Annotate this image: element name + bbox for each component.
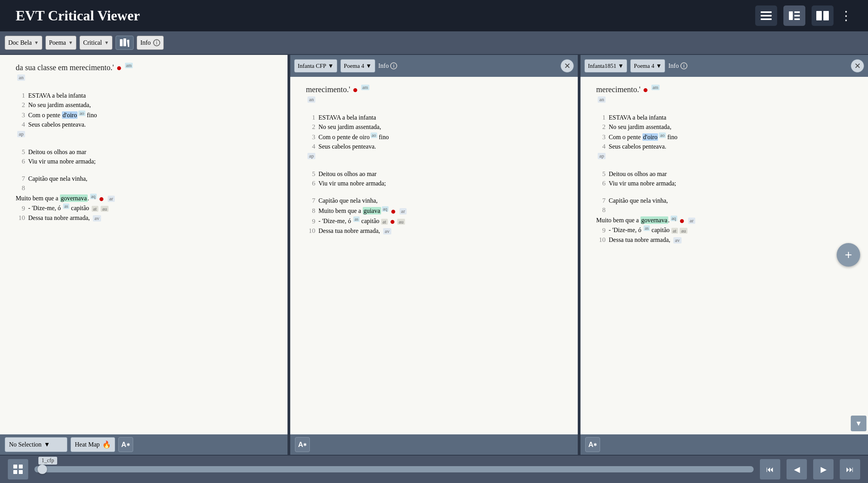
right-poem-select[interactable]: Poema 4 ▼ xyxy=(630,59,665,73)
right-panel: Infanta1851 ▼ Poema 4 ▼ Info i ✕ merecim… xyxy=(580,55,868,455)
svg-rect-10 xyxy=(123,38,126,46)
line-9-center: 9 - 'Dize-me, ó as capitão at au xyxy=(306,216,570,225)
center-source-select[interactable]: Infanta CFP ▼ xyxy=(294,59,337,73)
center-info: Info i xyxy=(378,62,398,69)
line-5-left: 5 Deitou os olhos ao mar xyxy=(16,148,280,156)
line-3-left: 3 Com o pente d'oiroao fino xyxy=(16,111,280,119)
line-8-center: 8 Muito bem que a guiavaaq ar xyxy=(306,206,570,215)
line-2-left: 2 No seu jardim assentada, xyxy=(16,101,280,109)
font-size-button-center[interactable]: A ✱ xyxy=(295,437,310,452)
svg-rect-9 xyxy=(120,39,123,46)
main-area: da sua classe em merecimento.' am an 1 E… xyxy=(0,55,868,455)
line-3-right: 3 Com o pente d'oiroao fino xyxy=(596,133,860,141)
page-label: 1_cfp xyxy=(38,457,57,465)
view-select[interactable]: Poema ▼ xyxy=(45,36,76,50)
nav-prev-button[interactable]: ◀ xyxy=(787,459,807,479)
right-info: Info i xyxy=(668,62,687,69)
left-panel-content[interactable]: da sua classe em merecimento.' am an 1 E… xyxy=(0,55,288,434)
line-5-center: 5 Deitou os olhos ao mar xyxy=(306,170,570,178)
text-view-button[interactable] xyxy=(783,5,805,26)
progress-thumb[interactable] xyxy=(38,465,47,474)
am-tag: am xyxy=(125,63,133,68)
svg-rect-1 xyxy=(761,15,772,16)
center-info-icon: i xyxy=(390,62,397,69)
line-10-center: 10 Dessa tua nobre armada, av xyxy=(306,227,570,235)
line-10-left: 10 Dessa tua nobre armada, av xyxy=(16,214,280,222)
right-panel-toolbar: Infanta1851 ▼ Poema 4 ▼ Info i ✕ xyxy=(580,55,868,77)
books-icon xyxy=(120,38,129,47)
svg-rect-3 xyxy=(789,11,793,20)
doc-select[interactable]: Doc Bela ▼ xyxy=(5,36,42,50)
info-select[interactable]: Info i xyxy=(137,36,164,50)
line-1-center: 1 ESTAVA a bela infanta xyxy=(306,114,570,122)
right-close-button[interactable]: ✕ xyxy=(851,59,864,73)
footer: 1_cfp ⏮ ◀ ▶ ⏭ xyxy=(0,455,868,483)
line-7-left: 7 Capitão que nela vinha, xyxy=(16,175,280,183)
text-icon xyxy=(789,11,800,20)
font-size-button-left[interactable]: A ✱ xyxy=(118,437,133,452)
center-panel-content[interactable]: merecimento.' am an 1 ESTAVA a bela infa… xyxy=(290,77,578,434)
add-panel-button[interactable]: + xyxy=(837,243,860,267)
flame-icon: 🔥 xyxy=(102,440,111,449)
view-select-arrow: ▼ xyxy=(68,40,73,46)
line-3-center: 3 Com o pente de oiroao fino xyxy=(306,133,570,141)
doc-select-arrow: ▼ xyxy=(34,40,39,46)
line-6-center: 6 Viu vir uma nobre armada; xyxy=(306,180,570,187)
svg-rect-2 xyxy=(761,18,772,20)
line-2-right: 2 No seu jardim assentada, xyxy=(596,123,860,131)
left-panel: da sua classe em merecimento.' am an 1 E… xyxy=(0,55,289,455)
list-icon xyxy=(761,11,772,20)
as-tag-left: as xyxy=(63,203,69,209)
grid-view-button[interactable] xyxy=(8,459,28,479)
image-view-button[interactable] xyxy=(812,5,834,26)
main-toolbar: Doc Bela ▼ Poema ▼ Critical ▼ Info i xyxy=(0,31,868,55)
list-view-button[interactable] xyxy=(755,5,777,26)
as-tag-right: as xyxy=(644,225,650,231)
center-poem-select[interactable]: Poema 4 ▼ xyxy=(340,59,375,73)
line-4-left: 4 Seus cabelos penteava. xyxy=(16,121,280,129)
nav-last-button[interactable]: ⏭ xyxy=(840,459,860,479)
scroll-down-button[interactable]: ▼ xyxy=(851,416,866,431)
header: EVT Critical Viewer ⋮ xyxy=(0,0,868,31)
books-button[interactable] xyxy=(116,36,134,50)
center-close-button[interactable]: ✕ xyxy=(561,59,574,73)
intro-line-right: merecimento.' am xyxy=(596,85,860,94)
progress-bar[interactable] xyxy=(34,466,754,472)
intro-line-left: da sua classe em merecimento.' am xyxy=(16,63,280,72)
line-2-center: 2 No seu jardim assentada, xyxy=(306,123,570,131)
no-selection-select[interactable]: No Selection ▼ xyxy=(5,437,67,452)
line-4-right: 4 Seus cabelos penteava. xyxy=(596,143,860,151)
app-title: EVT Critical Viewer xyxy=(16,7,140,24)
nav-first-button[interactable]: ⏮ xyxy=(760,459,780,479)
governava-line-right: Muito bem que a governava.aq ar xyxy=(596,216,860,224)
svg-rect-6 xyxy=(794,18,800,20)
progress-bar-wrapper: 1_cfp xyxy=(34,466,754,472)
svg-rect-12 xyxy=(13,465,17,468)
svg-rect-11 xyxy=(127,40,129,47)
line-1-left: 1 ESTAVA a bela infanta xyxy=(16,92,280,100)
mode-select-arrow: ▼ xyxy=(104,40,109,46)
line-4-center: 4 Seus cabelos penteava. xyxy=(306,143,570,151)
more-options-button[interactable]: ⋮ xyxy=(840,8,852,23)
svg-rect-7 xyxy=(816,11,822,20)
font-size-button-right[interactable]: A ✱ xyxy=(585,437,600,452)
line-6-right: 6 Viu vir uma nobre armada; xyxy=(596,180,860,187)
heat-map-button[interactable]: Heat Map 🔥 xyxy=(71,437,115,452)
line-5-right: 5 Deitou os olhos ao mar xyxy=(596,170,860,178)
line-10-right: 10 Dessa tua nobre armada, av xyxy=(596,236,860,244)
mode-select[interactable]: Critical ▼ xyxy=(80,36,112,50)
as-tag-center: as xyxy=(353,216,360,222)
an-tag-left: an xyxy=(16,74,280,81)
right-source-select[interactable]: Infanta1851 ▼ xyxy=(584,59,627,73)
line-9-right: 9 - 'Dize-me, ó as capitão at au xyxy=(596,225,860,234)
right-info-icon: i xyxy=(680,62,687,69)
right-panel-content[interactable]: merecimento.' am an 1 ESTAVA a bela infa… xyxy=(580,77,868,434)
line-8-right: 8 xyxy=(596,206,860,214)
svg-rect-13 xyxy=(19,465,23,468)
svg-rect-5 xyxy=(794,15,800,16)
line-8-left: 8 xyxy=(16,184,280,192)
center-panel: Infanta CFP ▼ Poema 4 ▼ Info i ✕ merecim… xyxy=(290,55,579,455)
info-icon: i xyxy=(153,39,160,46)
nav-next-button[interactable]: ▶ xyxy=(813,459,834,479)
governava-line-left: Muito bem que a governava.aq ar xyxy=(16,194,280,202)
